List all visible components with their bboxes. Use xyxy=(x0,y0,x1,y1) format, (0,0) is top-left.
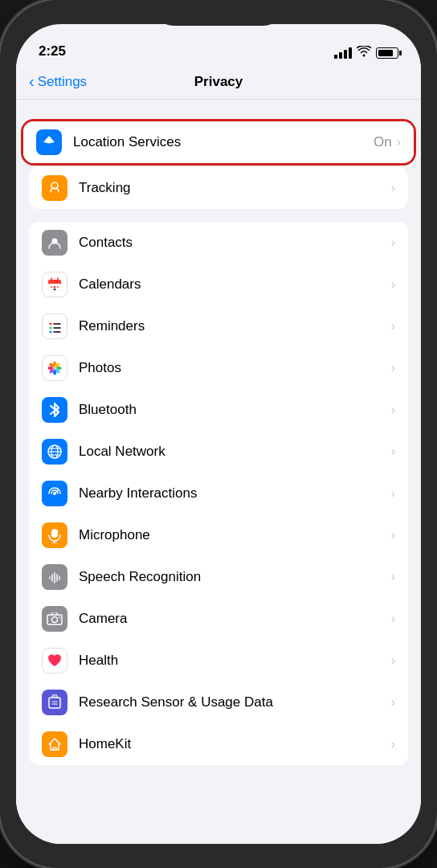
signal-bars-icon xyxy=(334,47,352,59)
reminders-icon xyxy=(42,313,67,339)
contacts-chevron-icon: › xyxy=(391,235,395,250)
svg-point-45 xyxy=(59,616,60,618)
contacts-icon xyxy=(42,230,67,256)
location-services-chevron-icon: › xyxy=(397,135,401,149)
battery-icon xyxy=(376,47,398,59)
back-button[interactable]: ‹ Settings xyxy=(29,74,87,90)
speech-recognition-row[interactable]: Speech Recognition › xyxy=(29,556,408,598)
photos-icon xyxy=(42,355,67,381)
research-sensor-row[interactable]: Research Sensor & Usage Data › xyxy=(29,682,408,723)
calendars-icon: 1 xyxy=(42,272,67,297)
contacts-label: Contacts xyxy=(79,235,391,251)
photos-label: Photos xyxy=(79,360,391,376)
back-chevron-icon: ‹ xyxy=(29,73,35,89)
homekit-row[interactable]: HomeKit › xyxy=(29,723,408,765)
nearby-interactions-icon xyxy=(42,481,67,506)
svg-point-12 xyxy=(50,327,52,330)
status-time: 2:25 xyxy=(39,43,66,59)
calendars-row[interactable]: 1 Calendars › xyxy=(29,264,408,305)
homekit-icon xyxy=(42,731,67,757)
calendars-chevron-icon: › xyxy=(391,277,395,292)
notch xyxy=(154,0,283,26)
local-network-label: Local Network xyxy=(79,444,391,460)
calendars-label: Calendars xyxy=(79,276,391,293)
local-network-icon xyxy=(42,439,67,465)
svg-point-8 xyxy=(51,286,52,288)
tracking-icon xyxy=(42,175,67,201)
health-label: Health xyxy=(79,653,391,669)
privacy-section: Contacts › 1 xyxy=(29,222,408,765)
camera-row[interactable]: Camera › xyxy=(29,598,408,640)
page-title: Privacy xyxy=(194,74,243,90)
health-chevron-icon: › xyxy=(391,653,395,668)
status-bar: 2:25 xyxy=(16,24,421,64)
svg-rect-50 xyxy=(53,747,56,750)
research-sensor-icon xyxy=(42,690,67,715)
location-services-value: On xyxy=(374,134,392,150)
screen: 2:25 xyxy=(16,24,421,844)
back-label: Settings xyxy=(38,74,87,90)
tracking-chevron-icon: › xyxy=(391,181,395,195)
svg-rect-46 xyxy=(49,698,60,708)
bluetooth-chevron-icon: › xyxy=(391,403,395,417)
location-services-highlight: Location Services On › xyxy=(21,119,416,166)
research-sensor-chevron-icon: › xyxy=(391,695,395,710)
speech-recognition-label: Speech Recognition xyxy=(79,569,391,585)
reminders-label: Reminders xyxy=(79,318,391,334)
reminders-row[interactable]: Reminders › xyxy=(29,305,408,347)
svg-point-11 xyxy=(50,323,52,326)
bluetooth-icon xyxy=(42,397,67,423)
microphone-chevron-icon: › xyxy=(391,528,395,542)
speech-recognition-chevron-icon: › xyxy=(391,570,395,584)
camera-label: Camera xyxy=(79,611,391,627)
microphone-row[interactable]: Microphone › xyxy=(29,514,408,556)
tracking-row[interactable]: Tracking › xyxy=(29,167,408,209)
homekit-label: HomeKit xyxy=(79,736,391,752)
homekit-chevron-icon: › xyxy=(391,737,395,751)
wifi-icon xyxy=(357,46,371,59)
svg-point-10 xyxy=(57,286,59,288)
tracking-label: Tracking xyxy=(79,180,391,196)
svg-rect-4 xyxy=(48,282,61,284)
camera-icon xyxy=(42,606,67,632)
bluetooth-row[interactable]: Bluetooth › xyxy=(29,389,408,431)
svg-point-13 xyxy=(50,331,52,334)
svg-point-26 xyxy=(53,366,57,371)
local-network-row[interactable]: Local Network › xyxy=(29,431,408,473)
health-icon xyxy=(42,648,67,674)
photos-chevron-icon: › xyxy=(391,361,395,375)
svg-point-9 xyxy=(54,286,55,288)
nearby-interactions-row[interactable]: Nearby Interactions › xyxy=(29,473,408,514)
local-network-chevron-icon: › xyxy=(391,444,395,459)
photos-row[interactable]: Photos › xyxy=(29,347,408,389)
status-icons xyxy=(334,46,398,59)
reminders-chevron-icon: › xyxy=(391,319,395,334)
svg-rect-35 xyxy=(51,529,58,538)
nav-bar: ‹ Settings Privacy xyxy=(16,64,421,100)
phone-frame: 2:25 xyxy=(0,0,437,868)
tracking-section: Tracking › xyxy=(29,167,408,209)
location-services-row[interactable]: Location Services On › xyxy=(23,121,414,163)
location-services-icon xyxy=(36,129,62,155)
health-row[interactable]: Health › xyxy=(29,640,408,682)
nearby-interactions-label: Nearby Interactions xyxy=(79,485,391,502)
camera-chevron-icon: › xyxy=(391,612,395,626)
svg-point-44 xyxy=(52,617,58,623)
microphone-label: Microphone xyxy=(79,527,391,543)
location-services-label: Location Services xyxy=(73,134,374,150)
research-sensor-label: Research Sensor & Usage Data xyxy=(79,694,391,710)
speech-recognition-icon xyxy=(42,564,67,590)
bluetooth-label: Bluetooth xyxy=(79,402,391,418)
contacts-row[interactable]: Contacts › xyxy=(29,222,408,264)
nearby-interactions-chevron-icon: › xyxy=(391,486,395,501)
microphone-icon xyxy=(42,522,67,548)
content-area: Location Services On › Tracking xyxy=(16,100,421,844)
